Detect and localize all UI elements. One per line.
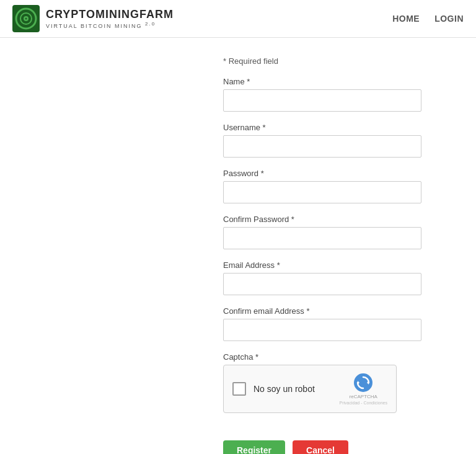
name-input[interactable] — [223, 89, 421, 112]
login-nav-link[interactable]: LOGIN — [434, 14, 464, 24]
email-label: Email Address * — [223, 260, 421, 270]
recaptcha-brand-label: reCAPTCHA — [350, 394, 377, 399]
svg-point-5 — [354, 373, 372, 392]
username-label: Username * — [223, 123, 421, 132]
captcha-right: reCAPTCHA Privacidad - Condiciones — [340, 373, 387, 405]
name-label: Name * — [223, 77, 421, 86]
confirm-password-input[interactable] — [223, 227, 421, 249]
logo-area: CRYPTOMININGFARM VIRTUAL BITCOIN MINING … — [12, 5, 174, 32]
nav-links: HOME LOGIN — [392, 14, 464, 24]
password-label: Password * — [223, 169, 421, 178]
confirm-password-label: Confirm Password * — [223, 215, 421, 224]
password-input[interactable] — [223, 181, 421, 203]
captcha-left: No soy un robot — [232, 382, 315, 396]
confirm-email-field-group: Confirm email Address * — [223, 306, 421, 341]
recaptcha-logo-icon — [353, 373, 373, 393]
password-field-group: Password * — [223, 169, 421, 203]
svg-point-4 — [25, 18, 27, 20]
name-field-group: Name * — [223, 77, 421, 112]
cancel-button[interactable]: Cancel — [293, 440, 348, 454]
username-input[interactable] — [223, 135, 421, 158]
logo-subtitle: VIRTUAL BITCOIN MINING 2.0 — [46, 21, 174, 29]
email-field-group: Email Address * — [223, 260, 421, 295]
required-note: * Required field — [223, 56, 278, 66]
captcha-field-group: Captcha * No soy un robot reCAPTCHA Priv… — [223, 352, 421, 413]
recaptcha-privacy-label: Privacidad - Condiciones — [340, 401, 387, 405]
logo-text: CRYPTOMININGFARM VIRTUAL BITCOIN MINING … — [46, 8, 174, 29]
main-content: * Required field Name * Username * Passw… — [0, 38, 476, 454]
username-field-group: Username * — [223, 123, 421, 158]
logo-title: CRYPTOMININGFARM — [46, 8, 174, 21]
site-header: CRYPTOMININGFARM VIRTUAL BITCOIN MINING … — [0, 0, 476, 38]
register-button[interactable]: Register — [223, 440, 285, 454]
home-nav-link[interactable]: HOME — [392, 14, 420, 24]
form-buttons: Register Cancel — [223, 440, 348, 454]
captcha-not-robot-label: No soy un robot — [253, 384, 315, 394]
email-input[interactable] — [223, 273, 421, 295]
confirm-password-field-group: Confirm Password * — [223, 215, 421, 249]
captcha-box: No soy un robot reCAPTCHA Privacidad - C… — [223, 365, 397, 413]
captcha-checkbox[interactable] — [232, 382, 246, 396]
confirm-email-label: Confirm email Address * — [223, 306, 421, 316]
logo-icon — [12, 5, 40, 32]
confirm-email-input[interactable] — [223, 319, 421, 341]
captcha-label: Captcha * — [223, 352, 421, 362]
